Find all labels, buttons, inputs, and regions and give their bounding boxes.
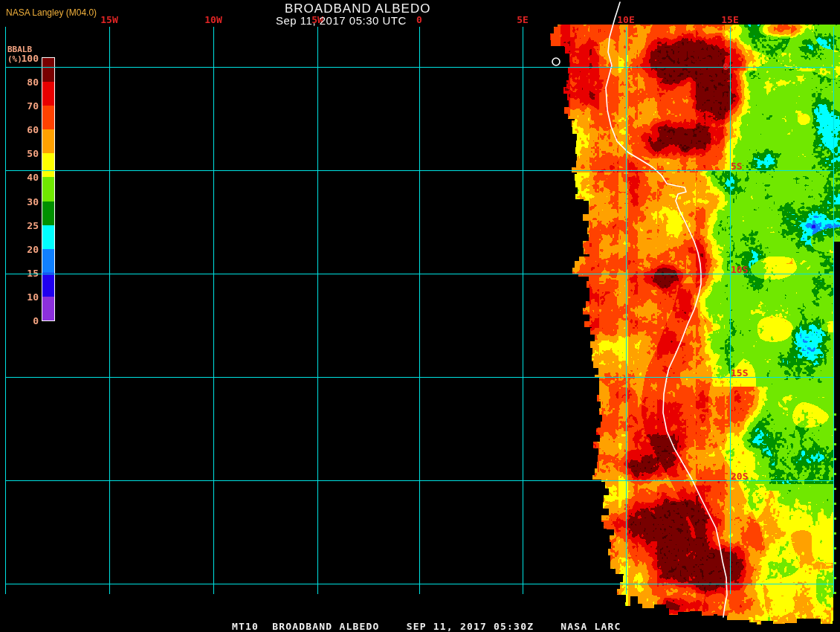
legend-tick-label: 25	[6, 221, 39, 230]
gridline-lat-20S	[5, 480, 833, 481]
colorbar-segment	[42, 273, 54, 297]
lon-label-10W: 10W	[197, 16, 230, 25]
colorbar-segment	[42, 106, 54, 129]
gridline-lat-5S	[5, 170, 833, 171]
legend-tick-label: 40	[6, 172, 39, 182]
gridline-lon-10W	[213, 27, 214, 594]
lat-label-15S: 15S	[731, 369, 748, 378]
colorbar-segment	[42, 201, 54, 225]
lat-label-5S: 5S	[731, 162, 743, 171]
lon-label-0: 0	[403, 16, 436, 25]
legend-tick-label: 100	[6, 54, 39, 63]
lon-label-15W: 15W	[93, 16, 126, 25]
colorbar-segment	[42, 153, 54, 177]
gridline-lon-15W	[109, 27, 110, 594]
legend-tick-label: 50	[6, 149, 39, 158]
lon-label-5E: 5E	[506, 16, 539, 25]
colorbar-segment	[42, 177, 54, 201]
gridline-lon-0	[419, 27, 420, 594]
gridline-lat-15S	[5, 377, 833, 378]
gridline-lon-7	[5, 27, 6, 594]
legend-tick-label: 10	[6, 292, 39, 302]
albedo-map-screen: BBALB (%) 100807060504030252015100 15W10…	[0, 0, 840, 632]
legend-tick-label: 60	[6, 125, 39, 135]
lat-label-20S: 20S	[731, 472, 748, 481]
legend-tick-label: 30	[6, 197, 39, 207]
footer-caption: MT10 BROADBAND ALBEDO SEP 11, 2017 05:30…	[232, 621, 621, 632]
gridline-lat-10S	[5, 274, 833, 274]
gridline-lon-15E	[730, 27, 731, 594]
colorbar-segment	[42, 129, 54, 153]
legend-tick-label: 0	[6, 316, 39, 326]
legend-tick-label: 20	[6, 245, 39, 254]
colorbar-segment	[42, 82, 54, 106]
gridline-lon-1121	[833, 27, 834, 594]
colorbar	[42, 57, 55, 321]
colorbar-segment	[42, 297, 54, 320]
lon-label-15E: 15E	[714, 16, 746, 25]
colorbar-segment	[42, 225, 54, 249]
gridline-lon-10E	[626, 27, 627, 594]
lon-label-10E: 10E	[610, 16, 642, 25]
datetime-label: Sep 11, 2017 05:30 UTC	[276, 14, 407, 27]
albedo-data-raster	[0, 0, 840, 632]
legend-tick-label: 80	[6, 77, 39, 87]
colorbar-segment	[42, 58, 54, 82]
colorbar-segment	[42, 249, 54, 273]
provider-label: NASA Langley (M04.0)	[6, 7, 97, 18]
gridline-lon-5E	[523, 27, 523, 594]
gridline-lat-0	[5, 67, 833, 68]
lat-label-0: 0	[717, 62, 728, 71]
lat-label-10S: 10S	[731, 265, 748, 274]
gridline-lat-785	[5, 584, 833, 584]
gridline-lon-5W	[317, 27, 318, 594]
legend-tick-label: 70	[6, 101, 39, 111]
